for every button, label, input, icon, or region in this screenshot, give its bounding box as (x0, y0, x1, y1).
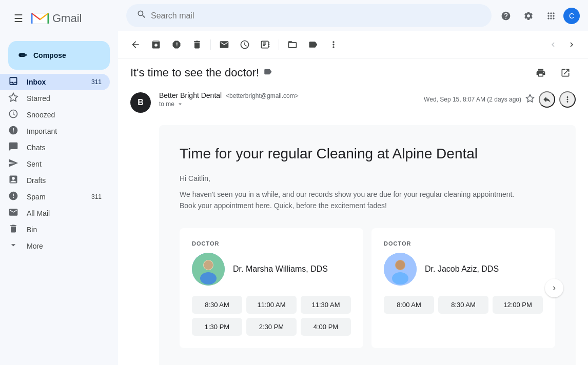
time-slots-1: 8:30 AM 11:00 AM 11:30 AM 1:30 PM 2:30 P… (192, 296, 351, 336)
time-slot-1-2[interactable]: 11:00 AM (246, 296, 297, 314)
starred-icon (8, 92, 18, 105)
time-slot-1-5[interactable]: 2:30 PM (246, 318, 297, 336)
snoozed-label: Snoozed (27, 111, 102, 119)
sender-to[interactable]: to me (159, 100, 424, 108)
doctor-label-2: DOCTOR (384, 240, 543, 247)
email-body-text: We haven't seen you in a while, and our … (180, 189, 555, 212)
time-slot-1-1[interactable]: 8:30 AM (192, 296, 242, 314)
archive-button[interactable] (147, 35, 165, 54)
email-subject: It's time to see the doctor! (130, 66, 259, 79)
all-mail-label: All Mail (27, 209, 102, 217)
more-label: More (27, 242, 102, 250)
spam-label: Spam (27, 193, 83, 201)
back-button[interactable] (126, 35, 145, 54)
sidebar-item-important[interactable]: Important (0, 123, 110, 139)
time-slot-2-2[interactable]: 8:30 AM (438, 296, 488, 314)
label-button[interactable] (304, 35, 322, 54)
doctor-avatar-2 (384, 253, 417, 286)
sidebar-item-sent[interactable]: Sent (0, 156, 110, 172)
time-slot-2-1[interactable]: 8:00 AM (384, 296, 434, 314)
hamburger-menu[interactable]: ☰ (8, 8, 29, 29)
starred-label: Starred (27, 94, 102, 103)
nav-menu: Inbox 311 Starred Snoozed Important (0, 74, 118, 254)
help-button[interactable] (496, 6, 516, 26)
email-greeting: Hi Caitlin, (180, 174, 555, 182)
sender-name: Better Bright Dental (159, 91, 222, 99)
apps-button[interactable] (541, 6, 561, 26)
delete-button[interactable] (188, 35, 206, 54)
topbar-actions: C (496, 6, 580, 26)
avatar[interactable]: C (563, 8, 580, 24)
toolbar-divider-2 (279, 39, 279, 50)
doctor-avatar-image-1 (192, 253, 225, 286)
svg-point-5 (204, 260, 213, 270)
reply-button[interactable] (539, 91, 555, 108)
more-actions-button[interactable] (324, 35, 343, 54)
sidebar-item-inbox[interactable]: Inbox 311 (0, 74, 110, 90)
compose-button[interactable]: ✏ Compose (8, 41, 110, 70)
open-in-new-button[interactable] (555, 63, 576, 83)
star-button[interactable] (525, 94, 535, 106)
sidebar: ☰ Gmail ✏ Compose Inbox 311 (0, 0, 118, 365)
sidebar-item-more[interactable]: More (0, 238, 110, 254)
important-icon (8, 125, 18, 138)
sidebar-item-bin[interactable]: Bin (0, 221, 110, 238)
inbox-badge: 311 (91, 78, 102, 86)
email-header: B Better Bright Dental <betterbright@gma… (118, 87, 588, 117)
sidebar-item-spam[interactable]: Spam 311 (0, 189, 110, 205)
sender-name-row: Better Bright Dental <betterbright@gmail… (159, 91, 424, 99)
subject-label-icon[interactable] (263, 67, 272, 79)
gmail-logo: Gmail (31, 11, 82, 26)
inbox-label: Inbox (27, 78, 83, 86)
email-content: Time for your regular Cleaning at Alpine… (159, 125, 576, 365)
doctor-name-1: Dr. Marsha Williams, DDS (233, 265, 328, 274)
sidebar-header: ☰ Gmail (0, 4, 118, 33)
search-bar[interactable] (126, 4, 492, 27)
next-email-button[interactable] (563, 36, 580, 53)
email-toolbar (118, 31, 588, 58)
time-slot-1-6[interactable]: 4:00 PM (301, 318, 351, 336)
more-email-button[interactable] (559, 91, 576, 108)
expand-icon (177, 100, 184, 108)
email-date: Wed, Sep 15, 8:07 AM (2 days ago) (424, 96, 521, 103)
svg-point-4 (200, 272, 217, 285)
to-label: to me (159, 100, 174, 108)
sidebar-item-snoozed[interactable]: Snoozed (0, 107, 110, 123)
time-slot-2-3[interactable]: 12:00 PM (493, 296, 543, 314)
doctor-card-2: DOCTOR Dr. Jacob Aziz, DDS (371, 228, 555, 348)
sidebar-item-chats[interactable]: Chats (0, 139, 110, 156)
svg-point-8 (392, 272, 408, 285)
drafts-label: Drafts (27, 176, 102, 185)
sidebar-item-drafts[interactable]: Drafts (0, 172, 110, 189)
all-mail-icon (8, 207, 18, 220)
next-doctors-button[interactable]: › (545, 279, 563, 297)
move-button[interactable] (283, 35, 302, 54)
subject-actions (531, 63, 576, 83)
sidebar-item-starred[interactable]: Starred (0, 90, 110, 107)
bin-label: Bin (27, 226, 102, 234)
snooze-button[interactable] (236, 35, 254, 54)
report-button[interactable] (167, 35, 186, 54)
addtask-button[interactable] (256, 35, 275, 54)
gmail-logo-svg (31, 11, 49, 26)
compose-label: Compose (33, 51, 66, 59)
email-meta: Wed, Sep 15, 8:07 AM (2 days ago) (424, 91, 576, 108)
doctor-avatar-1 (192, 253, 225, 286)
main-area: C (118, 0, 588, 365)
settings-button[interactable] (518, 6, 539, 26)
svg-point-9 (396, 260, 405, 270)
topbar: C (118, 0, 588, 31)
sidebar-item-all-mail[interactable]: All Mail (0, 205, 110, 221)
time-slot-1-4[interactable]: 1:30 PM (192, 318, 242, 336)
search-input[interactable] (151, 11, 481, 21)
sender-info: Better Bright Dental <betterbright@gmail… (159, 91, 424, 108)
sent-label: Sent (27, 160, 102, 168)
chats-label: Chats (27, 144, 102, 152)
print-button[interactable] (531, 63, 551, 83)
doctor-profile-1: Dr. Marsha Williams, DDS (192, 253, 351, 286)
mark-button[interactable] (215, 35, 233, 54)
time-slot-1-3[interactable]: 11:30 AM (301, 296, 351, 314)
more-icon (8, 240, 18, 253)
prev-email-button[interactable] (545, 36, 561, 53)
inbox-icon (8, 76, 18, 89)
